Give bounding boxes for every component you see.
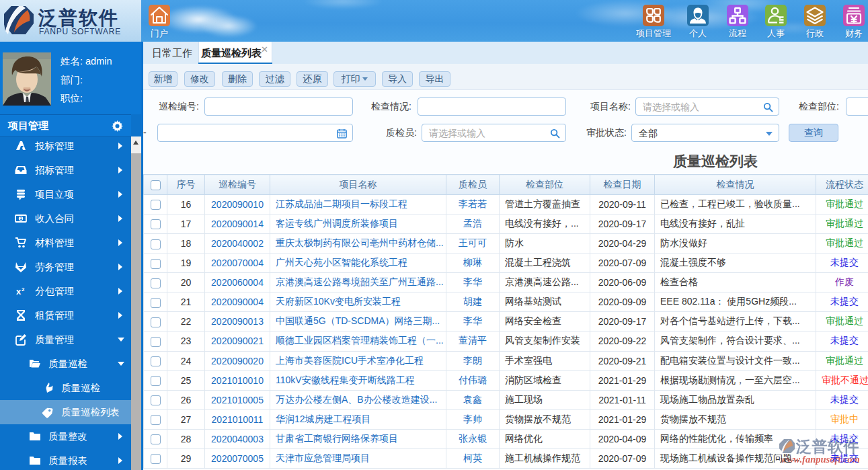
svg-text:1: 1 (19, 216, 22, 221)
svg-text:2: 2 (22, 286, 25, 292)
svg-text:x: x (16, 286, 22, 297)
